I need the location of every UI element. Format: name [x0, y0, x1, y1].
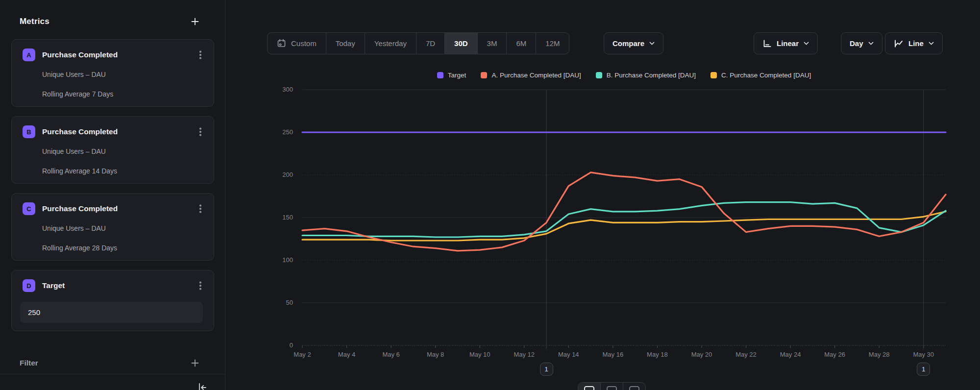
target-card: DTarget [11, 270, 214, 331]
sidebar-header: Metrics [20, 14, 199, 29]
collapse-sidebar-button[interactable] [196, 382, 209, 390]
plus-icon [191, 17, 199, 26]
filter-section-title: Filter [20, 359, 38, 367]
metric-measure[interactable]: Unique Users – DAU [42, 71, 106, 78]
metric-transform[interactable]: Rolling Average 7 Days [42, 90, 113, 98]
add-filter-button[interactable] [191, 359, 199, 367]
layout-option-1[interactable] [578, 383, 601, 390]
y-axis-label: 200 [264, 171, 293, 178]
y-axis-label: 50 [264, 299, 293, 306]
annotation-badge[interactable]: 1 [917, 363, 930, 376]
panel-icon [607, 386, 617, 390]
metric-badge: B [23, 125, 35, 138]
metric-menu-button[interactable] [194, 125, 207, 138]
metric-menu-button[interactable] [194, 279, 207, 292]
add-metric-button[interactable] [191, 17, 199, 26]
filter-section: Filter [20, 356, 199, 370]
metric-measure[interactable]: Unique Users – DAU [42, 224, 106, 232]
x-axis-label: May 20 [682, 351, 721, 358]
metric-card: BPurchase CompletedUnique Users – DAURol… [11, 116, 214, 184]
metric-title: Purchase Completed [42, 50, 194, 59]
metric-menu-button[interactable] [194, 202, 207, 215]
target-value-input[interactable] [20, 302, 203, 323]
metric-measure[interactable]: Unique Users – DAU [42, 147, 106, 155]
x-axis-label: May 28 [859, 351, 899, 358]
chart-layout-toggle [578, 382, 646, 390]
analytics-dashboard: Metrics APurchase CompletedUnique Users … [0, 0, 980, 390]
y-axis-label: 100 [264, 256, 293, 264]
layout-option-2[interactable] [601, 383, 623, 390]
sidebar-divider [0, 374, 225, 374]
metrics-line-chart [225, 0, 980, 390]
x-axis-label: May 24 [771, 351, 810, 358]
metrics-sidebar: Metrics APurchase CompletedUnique Users … [0, 0, 225, 390]
metrics-section-title: Metrics [20, 17, 49, 26]
metric-transform[interactable]: Rolling Average 14 Days [42, 167, 117, 175]
panel-icon [629, 386, 639, 390]
annotation-badge[interactable]: 1 [540, 363, 553, 376]
plus-icon [191, 359, 199, 367]
kebab-menu-icon [199, 131, 201, 132]
x-axis-label: May 30 [904, 351, 943, 358]
kebab-menu-icon [199, 208, 201, 209]
x-axis-label: May 10 [460, 351, 499, 358]
y-axis-label: 0 [264, 341, 293, 349]
metric-card: CPurchase CompletedUnique Users – DAURol… [11, 193, 214, 261]
y-axis-label: 250 [264, 128, 293, 136]
x-axis-label: May 12 [505, 351, 544, 358]
metric-badge: D [23, 279, 35, 292]
x-axis-label: May 22 [727, 351, 766, 358]
x-axis-label: May 6 [371, 351, 411, 358]
x-axis-label: May 4 [327, 351, 367, 358]
layout-option-3[interactable] [623, 383, 645, 390]
metric-card-list: APurchase CompletedUnique Users – DAURol… [11, 39, 214, 331]
metric-title: Purchase Completed [42, 204, 194, 213]
y-axis-label: 150 [264, 214, 293, 221]
x-axis-label: May 18 [637, 351, 677, 358]
metric-transform[interactable]: Rolling Average 28 Days [42, 244, 117, 252]
chart-panel: CustomTodayYesterday7D30D3M6M12M Compare… [225, 0, 980, 390]
x-axis-label: May 8 [416, 351, 455, 358]
x-axis-label: May 26 [815, 351, 855, 358]
x-axis-label: May 2 [283, 351, 322, 358]
metric-card: APurchase CompletedUnique Users – DAURol… [11, 39, 214, 107]
x-axis-label: May 14 [549, 351, 588, 358]
y-axis-label: 300 [264, 86, 293, 93]
metric-title: Purchase Completed [42, 127, 194, 136]
metric-badge: C [23, 202, 35, 215]
panel-icon [584, 386, 594, 390]
metric-menu-button[interactable] [194, 49, 207, 61]
metric-badge: A [23, 49, 35, 61]
x-axis-label: May 16 [593, 351, 633, 358]
collapse-left-icon [197, 382, 208, 390]
kebab-menu-icon [199, 285, 201, 286]
kebab-menu-icon [199, 54, 201, 55]
target-title: Target [42, 281, 194, 290]
